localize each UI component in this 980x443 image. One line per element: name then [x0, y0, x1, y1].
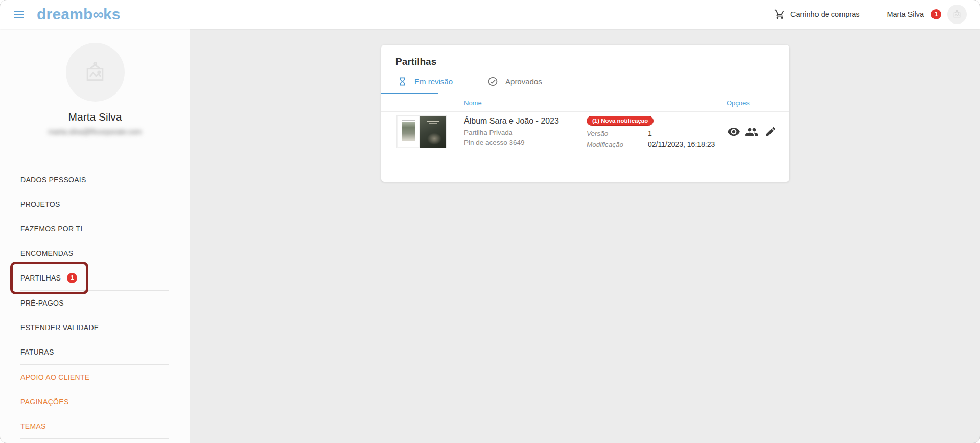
row-name-cell: Álbum Sara e João - 2023 Partilha Privad…	[464, 116, 587, 147]
sidebar-divider	[20, 438, 169, 439]
header-notification-badge: 1	[931, 9, 941, 19]
row-actions-cell	[719, 125, 789, 139]
check-circle-icon	[487, 76, 498, 87]
album-cover-right-page	[420, 116, 446, 148]
sidebar-item-estender-validade[interactable]: ESTENDER VALIDADE	[0, 315, 190, 340]
sidebar-item-label: PROJETOS	[20, 200, 60, 208]
modification-value: 02/11/2023, 16:18:23	[648, 139, 715, 150]
logo-text-prefix: dreamb	[37, 6, 93, 22]
profile-email-redacted: marta.silva@fhcorporate.com	[0, 128, 190, 136]
modification-label: Modificação	[587, 139, 648, 150]
album-thumbnail[interactable]	[397, 116, 446, 148]
menu-icon[interactable]	[12, 8, 26, 21]
sidebar-item-temas[interactable]: TEMAS	[0, 414, 190, 438]
sidebar-item-encomendas[interactable]: ENCOMENDAS	[0, 241, 190, 266]
album-cover-left-page	[397, 116, 420, 148]
sidebar-nav: DADOS PESSOAIS PROJETOS FAZEMOS POR TI E…	[0, 168, 190, 439]
share-type: Partilha Privada	[464, 128, 587, 137]
sidebar-item-faturas[interactable]: FATURAS	[0, 340, 190, 364]
sidebar-item-label: PRÉ-PAGOS	[20, 299, 64, 307]
top-bar: dreamb∞ks Carrinho de compras Marta Silv…	[0, 0, 980, 29]
access-pin: Pin de acesso 3649	[464, 137, 587, 147]
tabs-bar: Em revisão Aprovados	[381, 69, 789, 94]
hourglass-icon	[398, 77, 407, 86]
card-title: Partilhas	[381, 45, 789, 67]
picture-placeholder-icon	[952, 9, 962, 19]
dreambooks-logo[interactable]: dreamb∞ks	[37, 6, 121, 23]
sidebar-item-label: PAGINAÇÕES	[20, 398, 69, 406]
tab-aprovados[interactable]: Aprovados	[487, 76, 542, 87]
logo-infinity-glyph: ∞	[93, 6, 103, 22]
version-label: Versão	[587, 128, 648, 139]
partilhas-card: Partilhas Em revisão Aprovados Nome Opçõ…	[381, 45, 789, 182]
column-header-nome: Nome	[464, 99, 719, 107]
tab-label: Em revisão	[414, 77, 453, 86]
shopping-cart-icon	[774, 9, 785, 20]
column-header-opcoes: Opções	[719, 99, 789, 107]
pencil-icon[interactable]	[763, 125, 777, 139]
sidebar-item-label: FATURAS	[20, 348, 54, 356]
user-avatar[interactable]	[947, 5, 967, 24]
modification-line: Modificação 02/11/2023, 16:18:23	[587, 139, 719, 150]
active-tab-indicator	[381, 93, 438, 94]
sidebar-item-partilhas[interactable]: PARTILHAS 1	[0, 266, 190, 290]
sidebar-item-apoio-ao-cliente[interactable]: APOIO AO CLIENTE	[0, 365, 190, 389]
header-user-name[interactable]: Marta Silva	[886, 10, 924, 18]
version-line: Versão 1	[587, 128, 719, 139]
sidebar-item-label: ENCOMENDAS	[20, 249, 73, 258]
sidebar-item-projetos[interactable]: PROJETOS	[0, 192, 190, 217]
group-icon[interactable]	[745, 125, 759, 139]
version-value: 1	[648, 128, 652, 139]
album-title: Álbum Sara e João - 2023	[464, 116, 587, 126]
cart-label: Carrinho de compras	[790, 10, 859, 18]
sidebar-item-dados-pessoais[interactable]: DADOS PESSOAIS	[0, 168, 190, 192]
topbar-right-cluster: Carrinho de compras Marta Silva 1	[774, 5, 967, 24]
row-thumbnail-cell	[381, 116, 464, 148]
sidebar-item-pre-pagos[interactable]: PRÉ-PAGOS	[0, 291, 190, 315]
sidebar-item-label: DADOS PESSOAIS	[20, 176, 86, 184]
sidebar-item-paginacoes[interactable]: PAGINAÇÕES	[0, 389, 190, 414]
cart-button[interactable]: Carrinho de compras	[774, 9, 859, 20]
new-notification-badge: (1) Nova notificação	[587, 116, 654, 126]
profile-avatar[interactable]	[66, 43, 125, 102]
table-row[interactable]: Álbum Sara e João - 2023 Partilha Privad…	[381, 112, 789, 152]
sidebar-item-label: TEMAS	[20, 422, 46, 430]
row-meta-cell: (1) Nova notificação Versão 1 Modificaçã…	[587, 114, 719, 150]
table-header: Nome Opções	[381, 94, 789, 112]
logo-text-suffix: ks	[103, 6, 121, 22]
sidebar-item-label: FAZEMOS POR TI	[20, 225, 82, 233]
sidebar-item-label: ESTENDER VALIDADE	[20, 323, 99, 332]
partilhas-notification-badge: 1	[67, 273, 77, 283]
tab-label: Aprovados	[505, 77, 542, 86]
sidebar: Marta Silva marta.silva@fhcorporate.com …	[0, 29, 190, 443]
sidebar-item-label: PARTILHAS	[20, 274, 61, 282]
profile-name: Marta Silva	[0, 111, 190, 123]
sidebar-item-label: APOIO AO CLIENTE	[20, 373, 90, 381]
tab-em-revisao[interactable]: Em revisão	[398, 77, 453, 86]
sidebar-item-fazemos-por-ti[interactable]: FAZEMOS POR TI	[0, 217, 190, 241]
app-window: dreamb∞ks Carrinho de compras Marta Silv…	[0, 0, 980, 443]
header-divider	[873, 7, 873, 22]
picture-placeholder-icon	[82, 59, 108, 86]
eye-icon[interactable]	[727, 125, 740, 139]
